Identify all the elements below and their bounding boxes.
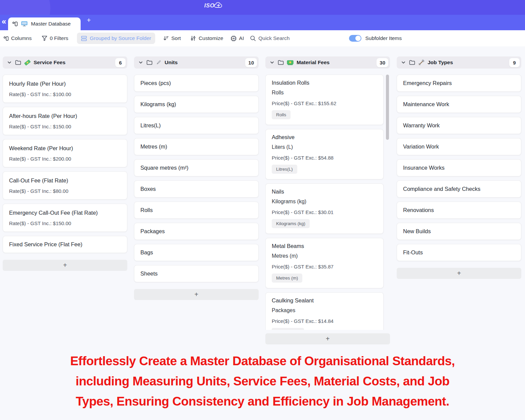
card-title: Hourly Rate (Per Hour) [9, 81, 121, 87]
card-call-out-fee-flat-rate[interactable]: Call-Out Fee (Flat Rate)Rate($) - GST In… [3, 171, 127, 200]
new-tab-button[interactable]: + [87, 16, 91, 24]
columns-button[interactable]: Columns [3, 35, 32, 41]
card-after-hours-rate-per-hour[interactable]: After-hours Rate (Per Hour)Rate($) - GST… [3, 107, 127, 135]
card-metal-beams[interactable]: Metal BeamsMetres (m)Price($) - GST Exc.… [265, 238, 384, 288]
card-new-builds[interactable]: New Builds [397, 223, 521, 240]
column-title: Units [165, 59, 178, 66]
card-emergency-call-out-fee-flat-rate[interactable]: Emergency Call-Out Fee (Flat Rate)Rate($… [3, 204, 127, 232]
scrollbar-thumb[interactable] [386, 75, 389, 140]
card-unit: Packages [272, 307, 377, 313]
subfolder-items-control: Subfolder Items [349, 35, 402, 42]
column-header-material-fees[interactable]: Material Fees30 [265, 56, 390, 69]
card-nails[interactable]: NailsKilograms (kg)Price($) - GST Exc.: … [265, 183, 384, 234]
filters-button[interactable]: 0 Filters [42, 35, 68, 41]
card-subtitle: Rate($) - GST Inc.: $150.00 [9, 220, 121, 226]
sort-icon [163, 35, 169, 41]
ai-chip-icon: AI [230, 35, 237, 42]
add-item-button-service-fees[interactable]: + [3, 260, 127, 271]
caption-line-3: Types, Ensuring Consistency and Efficien… [0, 391, 525, 412]
columns-label: Columns [11, 35, 32, 41]
column-header-service-fees[interactable]: Service Fees6 [3, 56, 127, 69]
column-count-badge: 30 [377, 58, 388, 67]
card-title: Fixed Service Price (Flat Fee) [9, 241, 82, 248]
card-title: Kilograms (kg) [140, 101, 176, 108]
folder-icon [278, 60, 284, 65]
search-icon [250, 35, 256, 41]
toolbar: Columns 0 Filters Grouped by Source Fold… [0, 30, 525, 46]
card-metres-m[interactable]: Metres (m) [134, 138, 259, 155]
caption: Effortlessly Create a Master Database of… [0, 344, 525, 412]
quick-search-placeholder: Quick Search [258, 35, 290, 41]
card-square-metres-m[interactable]: Square metres (m²) [134, 159, 259, 176]
card-list: Emergency RepairsMaintenance WorkWarrant… [397, 75, 521, 261]
card-price: Price($) - GST Exc.: $30.01 [272, 209, 377, 215]
card-title: Warranty Work [403, 122, 440, 129]
card-adhesive[interactable]: AdhesiveLiters (L)Price($) - GST Exc.: $… [265, 129, 384, 179]
card-fixed-service-price-flat-fee[interactable]: Fixed Service Price (Flat Fee) [3, 236, 127, 253]
card-kilograms-kg[interactable]: Kilograms (kg) [134, 96, 259, 113]
filters-label: 0 Filters [50, 35, 68, 41]
chevron-down-icon[interactable] [401, 60, 406, 65]
quick-search-input[interactable]: Quick Search [250, 35, 290, 41]
folder-icon [409, 60, 415, 65]
ai-label: AI [239, 35, 244, 41]
column-header-units[interactable]: Units10 [134, 56, 259, 69]
sort-button[interactable]: Sort [163, 35, 181, 41]
folder-icon [15, 60, 21, 65]
grouped-by-button[interactable]: Grouped by Source Folder [77, 33, 155, 44]
card-weekend-rate-per-hour[interactable]: Weekend Rate (Per Hour)Rate($) - GST Inc… [3, 139, 127, 167]
card-list: Pieces (pcs)Kilograms (kg)Litres(L)Metre… [134, 75, 259, 282]
board-icon [3, 36, 9, 41]
card-warranty-work[interactable]: Warranty Work [397, 117, 521, 134]
card-packages[interactable]: Packages [134, 223, 259, 240]
card-title: New Builds [403, 228, 431, 235]
add-item-button-job-types[interactable]: + [397, 268, 521, 279]
tab-master-database[interactable]: Master Database [8, 17, 81, 30]
card-maintenance-work[interactable]: Maintenance Work [397, 96, 521, 113]
card-emergency-repairs[interactable]: Emergency Repairs [397, 75, 521, 92]
add-item-button-units[interactable]: + [134, 289, 259, 300]
collapse-sidebar-button[interactable]: « [2, 17, 6, 26]
card-subtitle: Rate($) - GST Inc.: $150.00 [9, 124, 121, 129]
card-bags[interactable]: Bags [134, 244, 259, 261]
card-sheets[interactable]: Sheets [134, 265, 259, 282]
card-subtitle: Rate($) - GST Inc.: $80.00 [9, 188, 121, 194]
banknote-icon [287, 60, 294, 66]
card-fit-outs[interactable]: Fit-Outs [397, 244, 521, 261]
card-insulation-rolls[interactable]: Insulation RollsRollsPrice($) - GST Exc.… [265, 75, 384, 125]
cash-icon [24, 59, 31, 66]
add-item-button-material-fees[interactable]: + [265, 333, 390, 344]
column-title: Material Fees [297, 59, 330, 66]
tools-icon [418, 59, 425, 66]
column-title: Job Types [428, 59, 453, 66]
card-boxes[interactable]: Boxes [134, 180, 259, 198]
card-price: Price($) - GST Exc.: $155.62 [272, 100, 377, 106]
card-title: Nails [272, 188, 377, 195]
card-title: Metal Beams [272, 243, 377, 249]
chevron-down-icon[interactable] [138, 60, 143, 65]
column-header-job-types[interactable]: Job Types9 [397, 56, 521, 69]
column-job-types: Job Types9Emergency RepairsMaintenance W… [397, 56, 521, 279]
card-variation-work[interactable]: Variation Work [397, 138, 521, 155]
card-price: Price($) - GST Exc.: $14.84 [272, 318, 377, 324]
card-title: Maintenance Work [403, 101, 449, 108]
card-compliance-and-safety-checks[interactable]: Compliance and Safety Checks [397, 180, 521, 198]
chevron-down-icon[interactable] [7, 60, 12, 65]
card-insurance-works[interactable]: Insurance Works [397, 159, 521, 176]
card-renovations[interactable]: Renovations [397, 202, 521, 219]
ai-button[interactable]: AI AI [230, 35, 244, 42]
filter-icon [42, 36, 47, 41]
card-rolls[interactable]: Rolls [134, 202, 259, 219]
chevron-down-icon[interactable] [269, 60, 275, 65]
card-title: Metres (m) [140, 143, 167, 150]
subfolder-items-toggle[interactable] [349, 35, 361, 42]
card-litres-l[interactable]: Litres(L) [134, 117, 259, 134]
tab-title: Master Database [31, 21, 71, 27]
cloud-plus-icon [213, 1, 223, 9]
card-hourly-rate-per-hour[interactable]: Hourly Rate (Per Hour)Rate($) - GST Inc.… [3, 75, 127, 103]
customize-button[interactable]: Customize [190, 35, 223, 41]
card-caulking-sealant[interactable]: Caulking SealantPackagesPrice($) - GST E… [265, 292, 384, 330]
card-title: After-hours Rate (Per Hour) [9, 113, 121, 119]
unit-chip: Litres(L) [272, 165, 297, 174]
card-pieces-pcs[interactable]: Pieces (pcs) [134, 75, 259, 92]
